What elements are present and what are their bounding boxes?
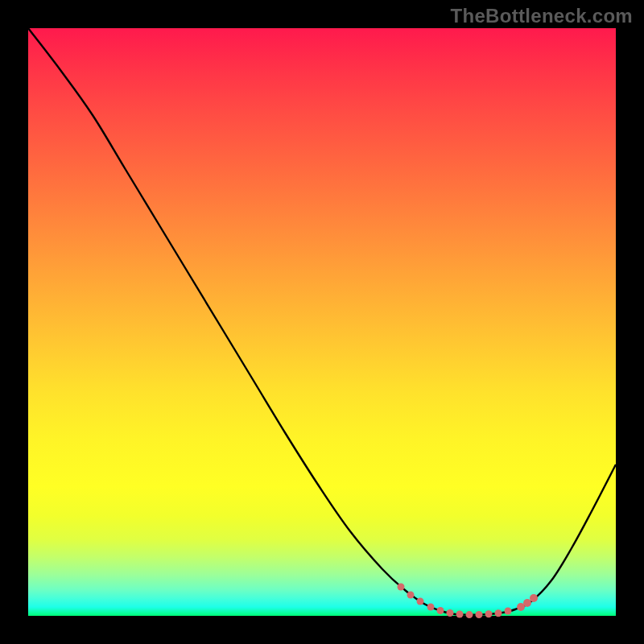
curve-marker — [427, 604, 435, 611]
chart-container: TheBottleneck.com — [0, 0, 644, 644]
curve-markers — [28, 28, 616, 616]
curve-marker — [407, 592, 415, 599]
curve-marker — [417, 598, 424, 605]
curve-marker — [466, 611, 473, 618]
curve-marker — [398, 584, 405, 591]
curve-marker — [447, 609, 454, 617]
watermark: TheBottleneck.com — [451, 5, 633, 27]
curve-marker — [505, 608, 512, 615]
plot-area — [28, 28, 616, 616]
curve-marker — [456, 611, 464, 618]
curve-marker — [485, 610, 493, 617]
curve-marker — [437, 607, 444, 614]
curve-marker — [476, 611, 483, 618]
curve-marker — [495, 609, 502, 617]
curve-marker — [523, 599, 531, 607]
curve-marker — [530, 594, 538, 602]
